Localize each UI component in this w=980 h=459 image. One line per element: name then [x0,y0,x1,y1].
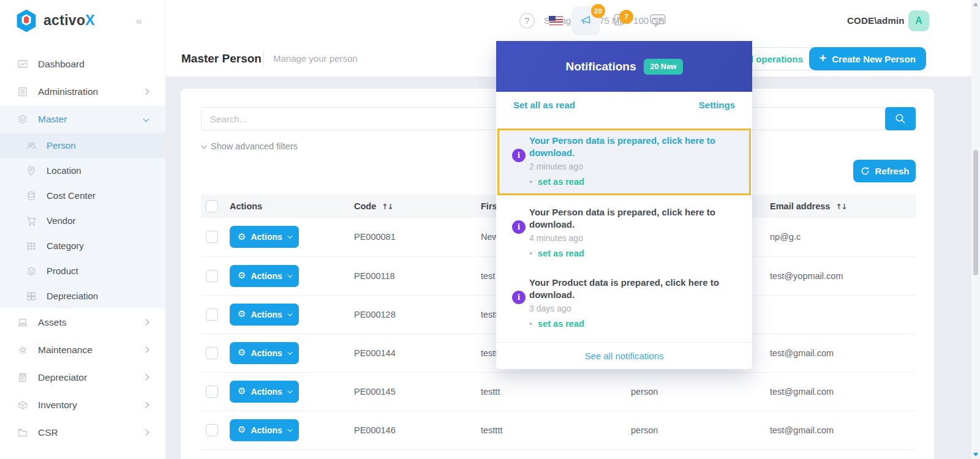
row-actions-button[interactable]: ⚙Actions [230,342,299,364]
notification-actions-row: Set all as read Settings [496,92,752,118]
logo: activoX « [0,0,165,41]
page-scrollbar[interactable] [971,0,980,459]
csr-icon [17,427,28,438]
person-icon [26,140,37,151]
notification-time: 3 days ago [529,303,736,315]
sidebar-item-master[interactable]: Master [0,105,165,133]
cell-email: test@yopmail.com [770,256,916,295]
row-checkbox[interactable] [206,347,218,359]
see-all-notifications-link[interactable]: See all notifications [584,351,663,361]
gear-icon: ⚙ [238,271,246,280]
set-as-read-link[interactable]: set as read [538,248,584,258]
set-as-read-link[interactable]: set as read [538,319,584,329]
vendor-icon [26,215,37,226]
chevron-right-icon [143,375,149,381]
sidebar-item-category[interactable]: Category [0,233,165,258]
table-row: ⚙Actions PE000146 testttt person test@gm… [201,411,916,449]
avatar[interactable]: A [908,10,929,31]
row-actions-button[interactable]: ⚙Actions [230,419,299,441]
sidebar: activoX « Dashboard Administration Maste… [0,0,165,459]
gear-icon: ⚙ [238,310,246,319]
sidebar-item-depreciator[interactable]: Depreciator [0,364,165,391]
assets-icon [17,317,28,328]
scroll-down-arrow-icon[interactable] [973,453,978,457]
set-as-read-link[interactable]: set as read [538,177,584,187]
row-checkbox[interactable] [206,308,218,321]
notification-title[interactable]: Your Product data is prepared, click her… [529,277,722,301]
notification-item[interactable]: i Your Person data is prepared, click he… [496,201,752,266]
notification-item[interactable]: i Your Product data is prepared, click h… [496,272,752,336]
sidebar-item-product[interactable]: Product [0,258,165,283]
sidebar-item-depreciation[interactable]: Depreciation [0,283,165,308]
search-button[interactable] [885,107,916,130]
gear-icon: ⚙ [238,233,246,242]
cost-center-icon [26,190,37,201]
scroll-up-arrow-icon[interactable] [973,2,978,6]
reports-button[interactable]: 7 [611,12,628,29]
sidebar-item-maintenance[interactable]: Maintenance [0,336,165,364]
language-flag-icon[interactable] [549,16,564,26]
notification-settings-link[interactable]: Settings [699,100,735,110]
chevron-down-icon [143,116,149,122]
row-checkbox[interactable] [206,386,218,398]
chevron-down-icon [287,427,292,431]
row-actions-button[interactable]: ⚙Actions [230,381,299,403]
notifications-button[interactable]: 20 [571,6,600,35]
cell-type: person [631,372,770,411]
chevron-right-icon [143,347,149,353]
info-icon: i [512,149,526,162]
sort-icon[interactable]: ↑↓ [382,202,393,211]
row-checkbox[interactable] [206,270,218,282]
bullet-icon: • [529,177,532,187]
sidebar-item-assets[interactable]: Assets [0,308,165,336]
sidebar-item-label: Administration [38,86,98,97]
sidebar-item-dashboard[interactable]: Dashboard [0,50,165,78]
set-all-as-read-link[interactable]: Set all as read [513,100,575,110]
sidebar-item-label: Product [47,266,78,276]
current-user: CODE\admin [847,0,905,41]
sidebar-item-location[interactable]: Location [0,158,165,183]
maintenance-icon [17,345,28,356]
row-checkbox[interactable] [206,231,218,243]
feedback-button[interactable] [649,13,666,28]
row-actions-button[interactable]: ⚙Actions [230,226,299,248]
column-header-code[interactable]: Code↑↓ [354,195,481,218]
dashboard-icon [17,59,28,70]
scrollbar-thumb[interactable] [973,150,978,275]
sidebar-collapse-icon[interactable]: « [135,14,142,28]
product-icon [26,266,37,277]
sidebar-item-administration[interactable]: Administration [0,78,165,105]
sidebar-item-inventory[interactable]: Inventory [0,391,165,419]
notification-title[interactable]: Your Person data is prepared, click here… [529,135,722,159]
notification-item[interactable]: i Your Person data is prepared, click he… [497,129,751,195]
row-checkbox[interactable] [206,424,218,436]
notification-time: 4 minutes ago [529,233,736,244]
advanced-filters-toggle[interactable]: Show advanced filters [201,141,298,151]
gear-icon: ⚙ [238,387,246,396]
notification-title[interactable]: Your Person data is prepared, click here… [529,206,722,231]
brand-accent: X [85,12,95,28]
notification-panel-header: Notifications 20 New [496,41,752,92]
row-actions-button[interactable]: ⚙Actions [230,265,299,287]
sidebar-item-person[interactable]: Person [0,133,165,158]
sidebar-item-label: Assets [38,317,67,328]
location-icon [26,165,37,176]
sort-icon[interactable]: ↑↓ [835,202,846,211]
refresh-label: Refresh [875,166,910,176]
sidebar-item-vendor[interactable]: Vendor [0,208,165,233]
column-header-email[interactable]: Email address↑↓ [770,195,916,218]
refresh-button[interactable]: Refresh [853,160,916,182]
create-new-person-button[interactable]: + Create New Person [809,47,926,70]
chevron-down-icon [201,143,207,149]
help-icon[interactable]: ? [519,13,535,28]
select-all-checkbox[interactable] [206,200,218,212]
row-actions-button[interactable]: ⚙Actions [230,304,299,326]
bullet-icon: • [529,319,532,329]
cell-first-name: testtt [481,372,631,411]
cell-code: PE000145 [354,372,481,411]
cell-email: test@gmail.com [770,411,916,449]
chevron-down-icon [287,311,292,316]
sidebar-item-csr[interactable]: CSR [0,419,165,446]
sidebar-item-label: Master [38,114,67,125]
sidebar-item-cost-center[interactable]: Cost Center [0,183,165,208]
